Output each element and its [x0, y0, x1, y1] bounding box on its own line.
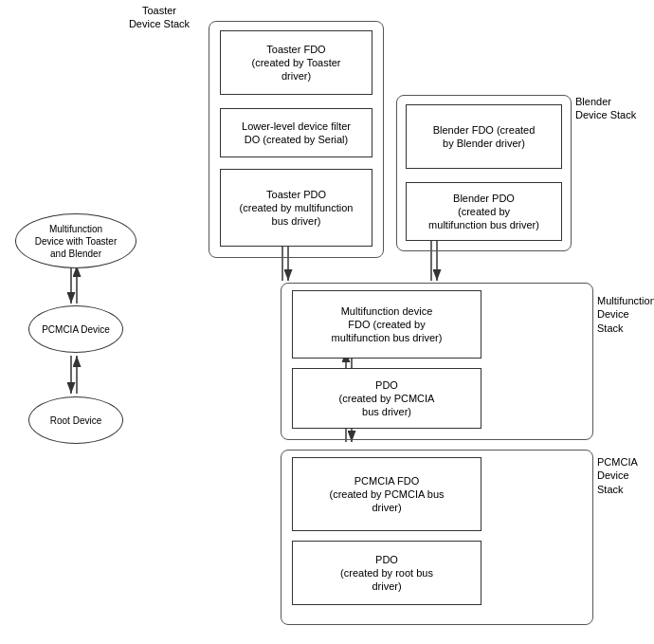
toaster-fdo-box: Toaster FDO(created by Toasterdriver): [220, 30, 372, 95]
multifunction-device-ellipse: MultifunctionDevice with Toasterand Blen…: [15, 213, 136, 268]
pcmcia-device-ellipse: PCMCIA Device: [28, 305, 123, 353]
root-device-ellipse: Root Device: [28, 396, 123, 444]
toaster-pdo-box: Toaster PDO(created by multifunctionbus …: [220, 169, 372, 247]
blender-fdo-box: Blender FDO (createdby Blender driver): [406, 104, 562, 169]
blender-pdo-box: Blender PDO(created bymultifunction bus …: [406, 182, 562, 241]
blender-stack-label: BlenderDevice Stack: [575, 95, 646, 122]
toaster-stack-label: ToasterDevice Stack: [121, 4, 197, 31]
multifunction-fdo-box: Multifunction deviceFDO (created bymulti…: [292, 290, 481, 359]
pcmcia-stack-label: PCMCIADevice Stack: [597, 455, 654, 496]
pcmcia-pdo-box: PDO(created by root busdriver): [292, 541, 481, 605]
multifunction-pdo-box: PDO(created by PCMCIAbus driver): [292, 368, 481, 429]
diagram: ToasterDevice Stack Toaster FDO(created …: [0, 0, 654, 644]
pcmcia-fdo-box: PCMCIA FDO(created by PCMCIA busdriver): [292, 457, 481, 531]
multifunction-stack-label: MultifunctionDevice Stack: [597, 294, 654, 335]
lower-filter-box: Lower-level device filterDO (created by …: [220, 108, 372, 157]
